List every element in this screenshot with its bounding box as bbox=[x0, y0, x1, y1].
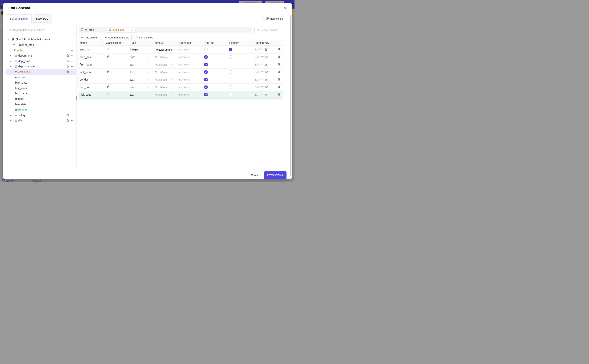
type-select[interactable]: text bbox=[127, 93, 152, 96]
trash-icon[interactable] bbox=[278, 93, 280, 96]
tree-item-emp_no[interactable]: emp_no bbox=[6, 75, 76, 80]
tree-item-nickname[interactable]: nickname bbox=[6, 107, 76, 112]
cancel-button[interactable]: Cancel bbox=[248, 171, 262, 179]
column-name-cell[interactable]: first_name bbox=[79, 63, 102, 66]
more-actions-icon[interactable] bbox=[71, 65, 74, 69]
column-search-input[interactable] bbox=[261, 29, 285, 32]
type-select[interactable]: integer bbox=[127, 48, 152, 51]
trash-icon[interactable] bbox=[278, 63, 280, 66]
column-name-cell[interactable]: hire_date bbox=[79, 85, 102, 89]
comment-input[interactable]: comment bbox=[176, 55, 201, 59]
primary-checkbox[interactable] bbox=[229, 63, 232, 66]
more-actions-icon[interactable] bbox=[71, 114, 74, 117]
pencil-icon[interactable] bbox=[106, 63, 109, 66]
comment-input[interactable]: comment bbox=[176, 93, 201, 96]
copy-icon[interactable] bbox=[66, 60, 69, 63]
chevron-down-arrow[interactable]: ▾ bbox=[7, 44, 11, 46]
tree-search-input[interactable] bbox=[13, 29, 74, 32]
not-null-checkbox[interactable] bbox=[204, 63, 207, 66]
primary-checkbox[interactable] bbox=[229, 78, 232, 81]
primary-checkbox[interactable] bbox=[229, 55, 232, 59]
not-null-checkbox[interactable] bbox=[204, 85, 207, 89]
primary-checkbox[interactable] bbox=[229, 93, 232, 96]
column-name-cell[interactable]: birth_date bbox=[79, 55, 102, 59]
comment-input[interactable]: comment bbox=[176, 71, 201, 74]
default-select[interactable]: No default bbox=[152, 85, 176, 89]
default-select[interactable]: nextval('employ bbox=[152, 48, 176, 51]
add-from-template-button[interactable]: Add from template bbox=[102, 35, 131, 40]
edit-indexes-button[interactable]: Edit indexes bbox=[133, 35, 155, 40]
primary-checkbox[interactable] bbox=[229, 71, 232, 74]
more-actions-icon[interactable] bbox=[71, 43, 74, 47]
foreign-key-edit[interactable]: EMPTY bbox=[254, 93, 275, 96]
type-select[interactable]: date bbox=[127, 85, 152, 89]
copy-icon[interactable] bbox=[66, 54, 69, 58]
chevron-down-arrow[interactable]: ▾ bbox=[8, 49, 12, 51]
more-actions-icon[interactable] bbox=[71, 54, 74, 58]
comment-input[interactable]: comment bbox=[176, 48, 201, 51]
chevron-right-arrow[interactable]: ▸ bbox=[9, 65, 13, 67]
tree-item-dept_manager[interactable]: ▸dept_manager bbox=[6, 64, 76, 69]
comment-input[interactable]: comment bbox=[176, 78, 201, 81]
not-null-checkbox[interactable] bbox=[204, 55, 207, 59]
type-select[interactable]: text bbox=[127, 63, 152, 66]
more-actions-icon[interactable] bbox=[71, 60, 74, 63]
add-column-button[interactable]: Add column bbox=[79, 35, 100, 40]
column-name-cell[interactable]: gender bbox=[79, 78, 102, 81]
more-actions-icon[interactable] bbox=[71, 49, 74, 52]
tree-item-last_name[interactable]: last_name bbox=[6, 91, 76, 96]
tree-item-salary[interactable]: ▸salary bbox=[6, 112, 76, 118]
foreign-key-edit[interactable]: EMPTY bbox=[254, 56, 275, 59]
chevron-right-arrow[interactable]: ▸ bbox=[9, 60, 13, 62]
column-name-cell[interactable]: nickname bbox=[79, 93, 102, 96]
run-checks-button[interactable]: Run checks bbox=[263, 16, 286, 21]
trash-icon[interactable] bbox=[278, 55, 280, 58]
close-icon[interactable] bbox=[282, 6, 288, 11]
tree-item-gender[interactable]: gender bbox=[6, 96, 76, 101]
type-select[interactable]: text bbox=[127, 78, 152, 81]
foreign-key-edit[interactable]: EMPTY bbox=[254, 86, 275, 89]
type-select[interactable]: text bbox=[127, 71, 152, 74]
open-tab-public-employee[interactable]: public.em... bbox=[107, 28, 135, 32]
copy-icon[interactable] bbox=[66, 119, 69, 122]
tree-item-department[interactable]: ▸department bbox=[6, 53, 76, 58]
pencil-icon[interactable] bbox=[106, 85, 109, 88]
not-null-checkbox[interactable] bbox=[204, 93, 207, 96]
tree-item-birth_date[interactable]: birth_date bbox=[6, 80, 76, 85]
tab-raw-sql[interactable]: Raw SQL bbox=[33, 14, 52, 23]
chevron-down-arrow[interactable]: ▾ bbox=[6, 39, 10, 40]
tree-item-public[interactable]: ▾public bbox=[6, 48, 76, 53]
pencil-icon[interactable] bbox=[106, 48, 109, 51]
type-select[interactable]: date bbox=[127, 55, 152, 59]
primary-checkbox[interactable] bbox=[229, 48, 232, 51]
copy-icon[interactable] bbox=[66, 65, 69, 68]
foreign-key-edit[interactable]: EMPTY bbox=[254, 71, 275, 74]
not-null-checkbox[interactable] bbox=[204, 78, 207, 81]
copy-icon[interactable] bbox=[66, 114, 69, 117]
not-null-checkbox[interactable] bbox=[204, 71, 207, 74]
tree-item--prod-prod-sample-instance[interactable]: ▾(Prod) Prod Sample Instance bbox=[6, 37, 76, 42]
close-tab-icon[interactable] bbox=[131, 29, 134, 31]
tree-item-hire_date[interactable]: hire_date bbox=[6, 102, 76, 107]
preview-issue-button[interactable]: Preview issue bbox=[264, 171, 287, 179]
default-select[interactable]: No default bbox=[152, 63, 176, 66]
pencil-icon[interactable] bbox=[106, 78, 109, 81]
pane-resizer-handle[interactable] bbox=[76, 96, 77, 100]
more-actions-icon[interactable] bbox=[71, 71, 74, 74]
trash-icon[interactable] bbox=[278, 78, 280, 81]
tree-item-employee[interactable]: ▾employee bbox=[6, 69, 76, 74]
tree-item-dept_emp[interactable]: ▸dept_emp bbox=[6, 58, 76, 64]
trash-icon[interactable] bbox=[278, 48, 280, 51]
open-tab-hr-prod[interactable]: hr_prod bbox=[79, 28, 105, 32]
foreign-key-edit[interactable]: EMPTY bbox=[254, 48, 275, 51]
trash-icon[interactable] bbox=[278, 85, 280, 88]
comment-input[interactable]: comment bbox=[176, 63, 201, 66]
tree-item-first_name[interactable]: first_name bbox=[6, 85, 76, 91]
pane-resizer[interactable] bbox=[76, 23, 77, 167]
tree-item--prod-hr_prod[interactable]: ▾(Prod) hr_prod bbox=[6, 42, 76, 47]
close-tab-icon[interactable] bbox=[102, 29, 105, 31]
chevron-right-arrow[interactable]: ▸ bbox=[9, 120, 13, 122]
modal-scrollbar[interactable] bbox=[290, 15, 291, 176]
primary-checkbox[interactable] bbox=[229, 85, 232, 89]
chevron-right-arrow[interactable]: ▸ bbox=[9, 55, 13, 57]
